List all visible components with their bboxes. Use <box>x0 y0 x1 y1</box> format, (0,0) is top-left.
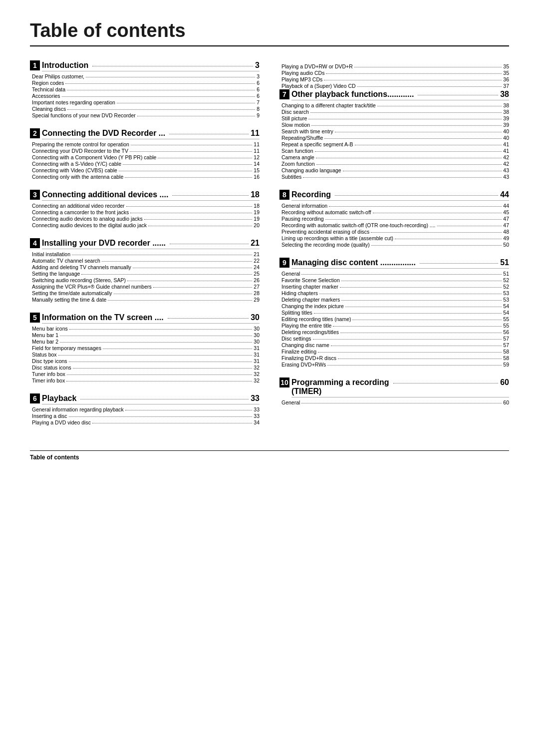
toc-entry-text: Scan function <box>281 148 313 154</box>
toc-entry-page: 45 <box>503 209 509 215</box>
toc-entry: Connecting with a Component Video (Y PB … <box>30 154 260 160</box>
toc-entry-page: 32 <box>254 371 260 377</box>
dots <box>72 255 252 255</box>
dots <box>153 287 253 288</box>
section-title: Introduction <box>42 61 88 70</box>
section-dots <box>170 244 249 244</box>
section-number: 5 <box>30 313 40 323</box>
dots <box>329 206 502 207</box>
toc-entry-page: 48 <box>503 229 509 235</box>
section-title-line: Playback33 <box>42 394 260 404</box>
toc-entry-text: Recording without automatic switch-off <box>281 209 371 215</box>
toc-entry-page: 37 <box>503 83 509 89</box>
dots <box>66 381 252 381</box>
toc-entry: Playing audio CDs35 <box>279 70 509 76</box>
dots <box>60 342 252 343</box>
dots <box>437 226 502 226</box>
section-page-num: 18 <box>251 190 260 199</box>
toc-entry-text: Erasing DVD+RWs <box>281 362 326 368</box>
toc-entry-text: Disc settings <box>281 336 311 342</box>
toc-entry: Finalize editing58 <box>279 349 509 355</box>
toc-entry-text: General information regarding playback <box>32 406 124 412</box>
section: 10Programming a recording(TIMER) 60Gener… <box>279 378 509 405</box>
toc-entry: Accessories6 <box>30 93 260 99</box>
toc-entry-text: Pausing recording <box>281 216 324 222</box>
toc-entry-text: Connecting audio devices to the digital … <box>32 222 147 228</box>
section-title-line: Information on the TV screen ....30 <box>42 313 260 324</box>
toc-entry: Changing disc name57 <box>279 342 509 348</box>
dots <box>127 281 252 281</box>
toc-entry: Field for temporary messages31 <box>30 345 260 351</box>
toc-entry-text: Changing the index picture <box>281 303 344 309</box>
section-page-num: 38 <box>500 90 509 99</box>
toc-entry-page: 43 <box>503 174 509 180</box>
section-number: 2 <box>30 128 40 138</box>
toc-entry-text: Timer info box <box>32 378 65 383</box>
toc-entry: General60 <box>279 399 509 405</box>
toc-entry: Preventing accidental erasing of discs48 <box>279 229 509 235</box>
dots <box>301 274 502 275</box>
toc-entry-text: Search with time entry <box>281 128 333 134</box>
dots <box>324 138 502 139</box>
toc-entry: Connecting with a S-Video (Y/C) cable14 <box>30 161 260 167</box>
dots <box>67 90 255 90</box>
toc-entry-page: 31 <box>254 352 260 358</box>
toc-entry: Cleaning discs8 <box>30 106 260 112</box>
toc-entry: Connecting only with the antenna cable16 <box>30 174 260 180</box>
dots <box>325 219 502 220</box>
dots <box>377 106 502 106</box>
toc-entry-page: 31 <box>254 345 260 351</box>
toc-entry-text: Repeat a specific segment A-B <box>281 141 353 147</box>
toc-entry-text: Field for temporary messages <box>32 345 101 351</box>
dots <box>69 329 253 330</box>
dots <box>318 352 502 353</box>
dots <box>316 158 502 158</box>
toc-entry-text: Editing recording titles (name) <box>281 316 351 322</box>
dots <box>69 362 253 362</box>
toc-entry-page: 54 <box>503 303 509 309</box>
section: 8Recording44General information44Recordi… <box>279 190 509 248</box>
toc-entry-page: 47 <box>503 216 509 222</box>
toc-entry-text: Setting the time/date automatically <box>32 290 112 296</box>
section-dots <box>168 318 249 319</box>
section-dots <box>92 66 253 66</box>
section-dots <box>418 95 498 95</box>
section-dots <box>80 399 249 399</box>
toc-entry-page: 40 <box>503 128 509 134</box>
toc-entry-page: 26 <box>254 277 260 283</box>
dots <box>86 77 255 77</box>
section-page-num: 51 <box>500 258 509 267</box>
dots <box>373 213 502 213</box>
toc-entry-text: General <box>281 399 300 405</box>
toc-entry-text: Special functions of your new DVD Record… <box>32 112 136 118</box>
toc-entry: Still picture39 <box>279 115 509 121</box>
dots <box>340 333 502 333</box>
pre-entries: Playing a DVD+RW or DVD+R35Playing audio… <box>279 63 509 89</box>
toc-entry-text: Repeating/Shuffle <box>281 135 323 141</box>
dots <box>354 67 502 67</box>
toc-entry-text: Selecting the recording mode (quality) <box>281 242 370 248</box>
toc-entry-page: 39 <box>503 122 509 128</box>
section-header: 4Installing your DVD recorder ......21 <box>30 238 260 249</box>
dots <box>355 145 502 145</box>
toc-entry-text: Connecting with Video (CVBS) cable <box>32 167 117 173</box>
toc-entry-text: Playing a DVD video disc <box>32 419 91 425</box>
toc-entry-text: Menu bar 2 <box>32 339 58 345</box>
toc-entry-page: 33 <box>254 406 260 412</box>
section-title-line: Connecting the DVD Recorder ...11 <box>42 129 260 139</box>
toc-entry: Erasing DVD+RWs59 <box>279 362 509 368</box>
toc-entry-page: 47 <box>503 222 509 228</box>
toc-entry: Preparing the remote control for operati… <box>30 141 260 147</box>
dots <box>148 226 252 226</box>
section-title: Information on the TV screen .... <box>42 313 164 322</box>
toc-entry: Adding and deleting TV channels manually… <box>30 264 260 270</box>
toc-entry-page: 58 <box>503 349 509 355</box>
toc-entry: Slow motion39 <box>279 122 509 128</box>
dots <box>123 164 252 165</box>
dots <box>352 320 502 320</box>
toc-entry-text: Adding and deleting TV channels manually <box>32 264 131 270</box>
toc-entry-page: 24 <box>254 264 260 270</box>
section-header: 6Playback33 <box>30 393 260 404</box>
toc-entry: Important notes regarding operation7 <box>30 99 260 105</box>
toc-entry: Status box31 <box>30 352 260 358</box>
